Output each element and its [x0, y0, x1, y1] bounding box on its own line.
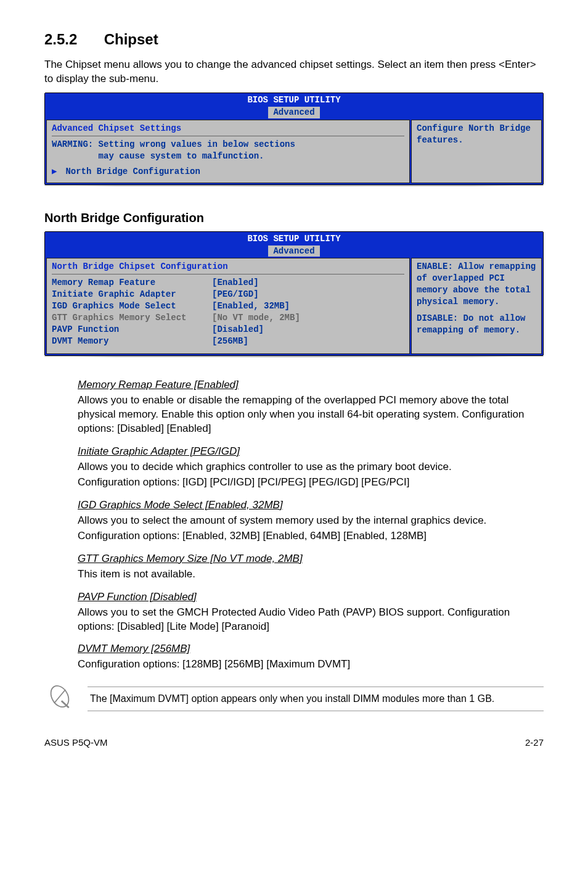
- bios-right-panel: Configure North Bridge features.: [411, 120, 542, 183]
- bios-setting-value: [Enabled]: [212, 277, 404, 289]
- bios-setting-row: IGD Graphics Mode Select [Enabled, 32MB]: [52, 300, 404, 312]
- gtt-title: GTT Graphics Memory Size [No VT mode, 2M…: [78, 552, 544, 566]
- bios-menu-item-north-bridge: North Bridge Configuration: [65, 167, 200, 176]
- bios-setting-row: PAVP Function [Disabled]: [52, 324, 404, 336]
- bios-right-panel: ENABLE: Allow remapping of overlapped PC…: [411, 258, 542, 354]
- initiate-graphic-desc-1: Allows you to decide which graphics cont…: [78, 460, 544, 474]
- section-title: Chipset: [104, 31, 158, 47]
- svg-line-1: [54, 690, 65, 703]
- bios-warning-line-2: may cause system to malfunction.: [52, 151, 404, 162]
- bios-box-chipset: BIOS SETUP UTILITY Advanced Advanced Chi…: [44, 93, 544, 184]
- bios-titlebar: BIOS SETUP UTILITY Advanced: [45, 93, 543, 118]
- bios-setting-value: [Disabled]: [212, 324, 404, 336]
- initiate-graphic-title: Initiate Graphic Adapter [PEG/IGD]: [78, 445, 544, 459]
- section-number: 2.5.2: [44, 30, 100, 49]
- initiate-graphic-desc-2: Configuration options: [IGD] [PCI/IGD] […: [78, 476, 544, 490]
- bios-setting-label: Initiate Graphic Adapter: [52, 289, 212, 300]
- bios-setting-value: [No VT mode, 2MB]: [212, 312, 404, 324]
- gtt-desc: This item is not available.: [78, 567, 544, 582]
- note-text: The [Maximum DVMT] option appears only w…: [88, 687, 544, 711]
- bios-setup-title: BIOS SETUP UTILITY: [247, 95, 340, 105]
- bios-help-text: Configure North Bridge features.: [417, 123, 536, 146]
- bios-panel-heading: North Bridge Chipset Configuration: [52, 261, 404, 274]
- bios-curve-shadow: [44, 356, 544, 369]
- note-icon: [44, 683, 75, 714]
- bios-setting-value: [PEG/IGD]: [212, 289, 404, 300]
- settings-descriptions: Memory Remap Feature [Enabled] Allows yo…: [44, 378, 544, 672]
- pavp-title: PAVP Function [Disabled]: [78, 590, 544, 604]
- section-heading: 2.5.2 Chipset: [44, 30, 544, 49]
- bios-left-panel: Advanced Chipset Settings WARMING: Setti…: [46, 120, 410, 183]
- bios-left-panel: North Bridge Chipset Configuration Memor…: [46, 258, 410, 354]
- bios-setting-label: IGD Graphics Mode Select: [52, 300, 212, 312]
- pavp-desc: Allows you to set the GMCH Protected Aud…: [78, 606, 544, 634]
- bios-curve-shadow: [44, 185, 544, 199]
- memory-remap-title: Memory Remap Feature [Enabled]: [78, 378, 544, 392]
- bios-panel-heading: Advanced Chipset Settings: [52, 123, 404, 136]
- bios-setting-label: PAVP Function: [52, 324, 212, 336]
- bios-tab-advanced: Advanced: [268, 107, 319, 118]
- bios-setting-row: DVMT Memory [256MB]: [52, 336, 404, 347]
- dvmt-desc: Configuration options: [128MB] [256MB] […: [78, 658, 544, 672]
- bios-setting-label: GTT Graphics Memory Select: [52, 312, 212, 324]
- bios-warning-line-1: WARMING: Setting wrong values in below s…: [52, 139, 404, 151]
- igd-mode-desc-2: Configuration options: [Enabled, 32MB] […: [78, 529, 544, 543]
- dvmt-title: DVMT Memory [256MB]: [78, 642, 544, 656]
- bios-setting-label: Memory Remap Feature: [52, 277, 212, 289]
- bios-setting-row: Memory Remap Feature [Enabled]: [52, 277, 404, 289]
- bios-setting-label: DVMT Memory: [52, 336, 212, 347]
- intro-text: The Chipset menu allows you to change th…: [44, 58, 544, 86]
- bios-help-disable: DISABLE: Do not allow remapping of memor…: [417, 313, 536, 336]
- igd-mode-title: IGD Graphics Mode Select [Enabled, 32MB]: [78, 498, 544, 513]
- footer-product: ASUS P5Q-VM: [44, 736, 108, 749]
- memory-remap-desc: Allows you to enable or disable the rema…: [78, 394, 544, 436]
- bios-setting-value: [Enabled, 32MB]: [212, 300, 404, 312]
- igd-mode-desc-1: Allows you to select the amount of syste…: [78, 514, 544, 528]
- footer-page-number: 2-27: [525, 736, 544, 749]
- bios-setting-row-disabled: GTT Graphics Memory Select [No VT mode, …: [52, 312, 404, 324]
- bios-setup-title: BIOS SETUP UTILITY: [247, 234, 340, 244]
- bios-titlebar: BIOS SETUP UTILITY Advanced: [45, 232, 543, 257]
- page-footer: ASUS P5Q-VM 2-27: [44, 736, 544, 749]
- triangle-right-icon: ▶: [52, 166, 60, 178]
- bios-setting-value: [256MB]: [212, 336, 404, 347]
- bios-tab-advanced: Advanced: [268, 245, 319, 257]
- sub-heading: North Bridge Configuration: [44, 210, 544, 226]
- bios-setting-row: Initiate Graphic Adapter [PEG/IGD]: [52, 289, 404, 300]
- bios-help-enable: ENABLE: Allow remapping of overlapped PC…: [417, 261, 536, 308]
- note-box: The [Maximum DVMT] option appears only w…: [44, 683, 544, 714]
- bios-box-north-bridge: BIOS SETUP UTILITY Advanced North Bridge…: [44, 231, 544, 357]
